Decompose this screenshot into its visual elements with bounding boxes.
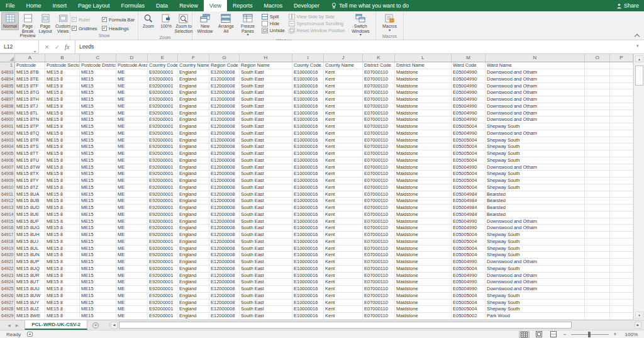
cell[interactable]: ME15 <box>80 279 116 285</box>
cell[interactable] <box>585 123 610 130</box>
cell[interactable]: E05004990 <box>452 130 486 137</box>
cell[interactable]: England <box>178 83 209 89</box>
cell[interactable]: ME15 8 <box>45 266 80 272</box>
cell[interactable]: Kent <box>324 96 363 103</box>
vertical-scrollbar[interactable]: ▲ ▼ <box>633 54 644 320</box>
cell[interactable] <box>585 279 610 285</box>
cell[interactable]: Maidstone <box>395 150 452 157</box>
cell[interactable]: ME <box>116 266 148 272</box>
cell[interactable]: South East <box>240 96 292 103</box>
cell[interactable] <box>610 205 633 211</box>
cell[interactable]: E92000001 <box>148 110 178 116</box>
cell[interactable]: England <box>178 273 209 279</box>
cell[interactable]: Maidstone <box>395 286 452 292</box>
cell[interactable]: England <box>178 211 209 218</box>
cell[interactable]: ME <box>116 177 148 184</box>
cell[interactable]: Downswood and Otham <box>486 69 585 76</box>
cell[interactable] <box>610 116 633 123</box>
cell[interactable]: ME15 8 <box>45 218 80 225</box>
cell[interactable]: E92000001 <box>148 245 178 252</box>
cell[interactable] <box>610 130 633 137</box>
ribbon-tab-formulas[interactable]: Formulas <box>116 0 151 11</box>
cell[interactable]: Kent <box>324 266 363 272</box>
cell[interactable]: E92000001 <box>148 252 178 258</box>
cell[interactable]: E12000008 <box>209 76 240 82</box>
cell[interactable] <box>585 89 610 96</box>
cell[interactable] <box>585 83 610 89</box>
cell[interactable]: ME15 8UG <box>15 225 45 231</box>
cell[interactable]: E92000001 <box>148 205 178 211</box>
cell[interactable]: E07000110 <box>363 103 395 110</box>
column-header-A[interactable]: A <box>15 54 45 62</box>
cell[interactable]: E10000016 <box>292 69 324 76</box>
cell[interactable]: E92000001 <box>148 164 178 171</box>
cell[interactable]: England <box>178 130 209 137</box>
cell[interactable]: England <box>178 103 209 110</box>
cell[interactable]: ME <box>116 259 148 265</box>
cell[interactable] <box>610 177 633 184</box>
cell[interactable]: Kent <box>324 177 363 184</box>
cell[interactable]: E92000001 <box>148 191 178 198</box>
cell[interactable]: England <box>178 266 209 272</box>
cell[interactable]: ME15 <box>80 211 116 218</box>
cell[interactable]: Maidstone <box>395 245 452 252</box>
cell[interactable] <box>585 62 610 69</box>
cell[interactable]: E92000001 <box>148 96 178 103</box>
cell[interactable]: Maidstone <box>395 232 452 238</box>
cell[interactable]: ME15 <box>80 306 116 312</box>
cell[interactable]: ME15 <box>80 89 116 96</box>
cell[interactable]: Maidstone <box>395 184 452 191</box>
column-header-P[interactable]: P <box>610 54 633 62</box>
cell[interactable]: ME15 8UT <box>15 279 45 285</box>
cell[interactable]: South East <box>240 144 292 150</box>
column-header-N[interactable]: N <box>486 54 585 62</box>
cell[interactable]: E12000008 <box>209 259 240 265</box>
ribbon-tab-page-layout[interactable]: Page Layout <box>72 0 116 11</box>
cell[interactable]: E07000110 <box>363 293 395 299</box>
cell[interactable]: Shepway South <box>486 184 585 191</box>
cell[interactable]: Shepway South <box>486 144 585 150</box>
cell[interactable]: E05005004 <box>452 150 486 157</box>
row-header[interactable]: 64902 <box>0 130 15 137</box>
cell[interactable]: Park Wood <box>486 313 585 319</box>
row-header[interactable]: 64906 <box>0 157 15 164</box>
cell[interactable]: E12000008 <box>209 252 240 258</box>
insert-function-button[interactable]: fx <box>65 43 69 50</box>
cell[interactable]: ME15 <box>80 293 116 299</box>
row-header[interactable]: 64894 <box>0 76 15 82</box>
cell[interactable]: E10000016 <box>292 198 324 204</box>
cell[interactable] <box>610 198 633 204</box>
cell[interactable]: Downswood and Otham <box>486 96 585 103</box>
cell[interactable]: ME15 8 <box>45 300 80 306</box>
cell[interactable]: Kent <box>324 245 363 252</box>
cell[interactable]: ME <box>116 279 148 285</box>
cell[interactable]: E05005004 <box>452 184 486 191</box>
cell[interactable]: E05005004 <box>452 177 486 184</box>
cell[interactable]: ME15 <box>80 232 116 238</box>
cell[interactable]: ME15 <box>80 130 116 137</box>
cell[interactable]: ME15 8UH <box>15 232 45 238</box>
cell[interactable]: Shepway South <box>486 177 585 184</box>
cell[interactable]: E05005004 <box>452 300 486 306</box>
cell[interactable]: Shepway South <box>486 123 585 130</box>
cell[interactable]: E12000008 <box>209 137 240 144</box>
cell[interactable]: ME <box>116 286 148 292</box>
cell[interactable]: E05005004 <box>452 293 486 299</box>
cell[interactable]: Shepway South <box>486 137 585 144</box>
cell[interactable]: Shepway South <box>486 293 585 299</box>
cell[interactable]: E10000016 <box>292 83 324 89</box>
cell[interactable]: E05004984 <box>452 211 486 218</box>
cell[interactable]: E07000110 <box>363 110 395 116</box>
cell[interactable]: ME15 8UA <box>15 191 45 198</box>
cell[interactable]: ME15 <box>80 150 116 157</box>
cell[interactable]: Shepway South <box>486 150 585 157</box>
cell[interactable]: E12000008 <box>209 218 240 225</box>
cell[interactable]: ME15 8UL <box>15 245 45 252</box>
cell[interactable]: Maidstone <box>395 239 452 245</box>
cell[interactable]: ME15 8 <box>45 96 80 103</box>
column-header-C[interactable]: C <box>80 54 116 62</box>
cell[interactable] <box>610 164 633 171</box>
cell[interactable] <box>610 123 633 130</box>
cell[interactable] <box>585 266 610 272</box>
cell[interactable]: Postcode <box>15 62 45 69</box>
